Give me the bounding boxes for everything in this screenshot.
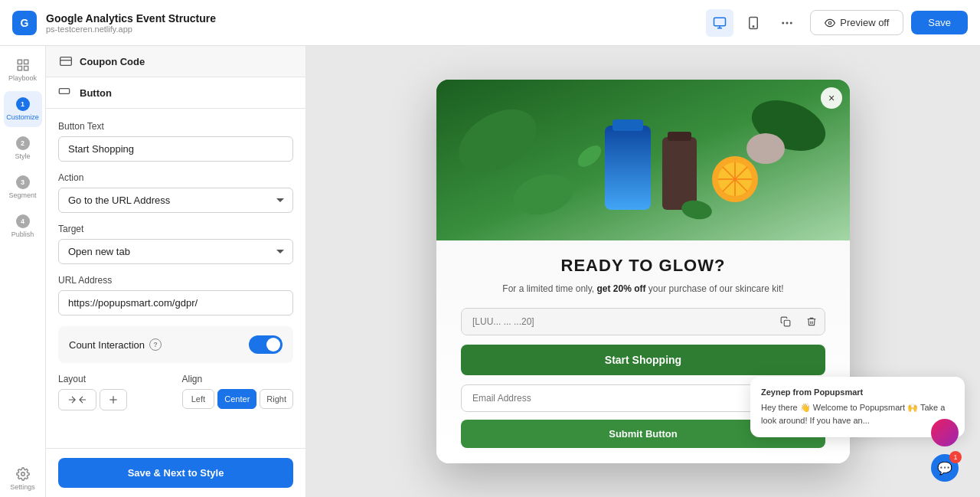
button-text-input[interactable]: [58, 136, 293, 162]
popup-image-area: ×: [436, 80, 850, 240]
preview-area: × READY TO GLOW? For a limited time only…: [306, 46, 980, 497]
target-label: Target: [58, 224, 293, 234]
interaction-toggle[interactable]: [249, 335, 283, 354]
popup-title: READY TO GLOW?: [461, 256, 825, 276]
chat-avatar: [931, 419, 959, 446]
svg-point-6: [786, 21, 789, 24]
chat-open-button[interactable]: 💬 1: [931, 454, 959, 482]
button-row: Button: [46, 77, 305, 109]
svg-rect-22: [612, 119, 643, 131]
button-text-label: Button Text: [58, 121, 293, 132]
popup-trash-button[interactable]: [799, 309, 825, 335]
chat-message: Hey there 👋 Welcome to Popupsmart 🙌 Take…: [761, 401, 954, 427]
layout-shrink-button[interactable]: [100, 389, 127, 410]
sidebar-item-segment[interactable]: 3 Segment: [4, 169, 42, 205]
action-group: Action Go to the URL Address: [58, 172, 293, 213]
popup-subtitle: For a limited time only, get 20% off you…: [461, 282, 825, 296]
svg-point-13: [21, 472, 24, 476]
save-bar: Save & Next to Style: [46, 448, 305, 497]
popup-close-button[interactable]: ×: [821, 87, 842, 109]
layout-section: Layout: [58, 374, 170, 410]
action-select[interactable]: Go to the URL Address: [58, 188, 293, 213]
preview-button[interactable]: Preview off: [810, 10, 903, 35]
topbar: G Google Analytics Event Structure ps-te…: [0, 0, 980, 46]
svg-point-8: [829, 21, 832, 25]
layout-align-row: Layout Align Left: [58, 374, 293, 410]
url-input[interactable]: [58, 290, 293, 316]
chat-badge: 1: [949, 451, 962, 463]
chat-widget: Zeynep from Popupsmart Hey there 👋 Welco…: [750, 377, 965, 482]
align-center-button[interactable]: Center: [217, 389, 256, 409]
popup-subtitle-bold: get 20% off: [597, 283, 646, 294]
close-icon: ×: [828, 92, 835, 104]
svg-point-31: [746, 133, 785, 164]
hero-image-svg: [436, 80, 850, 240]
panel-content: Button Text Action Go to the URL Address…: [46, 109, 305, 448]
svg-rect-9: [18, 60, 21, 64]
svg-point-4: [753, 25, 755, 27]
url-group: URL Address: [58, 275, 293, 316]
button-row-icon: [58, 85, 74, 100]
interaction-label: Count Interaction: [69, 339, 145, 351]
chat-icon: 💬: [937, 461, 952, 476]
sidebar-item-style[interactable]: 2 Style: [4, 130, 42, 166]
svg-rect-10: [24, 60, 28, 64]
popup-subtitle-prefix: For a limited time only,: [502, 283, 596, 294]
svg-rect-16: [59, 89, 69, 94]
align-right-button[interactable]: Right: [260, 389, 293, 409]
svg-point-5: [782, 21, 785, 24]
svg-rect-11: [18, 67, 21, 70]
app-subtitle: ps-testceren.netlify.app: [46, 25, 697, 34]
preview-label: Preview off: [840, 17, 889, 28]
sidebar-item-settings[interactable]: Settings: [4, 461, 42, 497]
svg-rect-21: [605, 126, 651, 210]
target-select[interactable]: Open new tab: [58, 239, 293, 264]
popup-cta-button[interactable]: Start Shopping: [461, 345, 825, 375]
url-label: URL Address: [58, 275, 293, 286]
coupon-icon: [58, 54, 74, 69]
coupon-header: Coupon Code: [46, 46, 305, 77]
align-section: Align Left Center Right: [182, 374, 294, 410]
popup-hero-image: [436, 80, 850, 240]
device-switcher: [706, 9, 801, 37]
app-logo: G: [12, 11, 37, 35]
help-icon[interactable]: ?: [149, 338, 162, 351]
icon-nav: Playbook 1 Customize 2 Style 3 Segment 4…: [0, 46, 46, 497]
sidebar-item-playbook[interactable]: Playbook: [4, 52, 42, 88]
interaction-box: Count Interaction ?: [58, 326, 293, 363]
svg-point-7: [790, 21, 792, 24]
more-options-button[interactable]: [773, 9, 801, 37]
popup-code-input[interactable]: [462, 309, 773, 335]
button-row-label: Button: [80, 87, 112, 99]
align-left-button[interactable]: Left: [182, 389, 215, 409]
popup-subtitle-suffix: your purchase of our skincare kit!: [646, 283, 784, 294]
layout-expand-button[interactable]: [58, 389, 96, 410]
save-button[interactable]: Save: [911, 11, 968, 34]
popup-copy-button[interactable]: [773, 309, 799, 335]
main-layout: Playbook 1 Customize 2 Style 3 Segment 4…: [0, 46, 980, 497]
layout-label: Layout: [58, 374, 170, 384]
svg-rect-34: [784, 320, 790, 326]
save-next-button[interactable]: Save & Next to Style: [58, 458, 293, 488]
target-group: Target Open new tab: [58, 224, 293, 264]
app-title: Google Analytics Event Structure: [46, 12, 697, 25]
chat-from: Zeynep from Popupsmart: [761, 387, 954, 397]
svg-rect-14: [60, 57, 72, 66]
popup-code-row: [461, 308, 825, 335]
action-label: Action: [58, 172, 293, 183]
svg-rect-23: [662, 137, 697, 210]
mobile-view-button[interactable]: [740, 9, 767, 37]
topbar-info: Google Analytics Event Structure ps-test…: [46, 12, 697, 34]
button-text-group: Button Text: [58, 121, 293, 162]
svg-rect-24: [668, 132, 691, 141]
svg-rect-12: [24, 67, 28, 70]
desktop-view-button[interactable]: [706, 9, 733, 37]
svg-rect-0: [714, 18, 726, 26]
topbar-actions: Preview off Save: [810, 10, 968, 35]
sidebar-item-publish[interactable]: 4 Publish: [4, 208, 42, 244]
left-panel: Coupon Code Button Button Text Action Go…: [46, 46, 306, 497]
coupon-header-text: Coupon Code: [80, 56, 145, 67]
sidebar-item-customize[interactable]: 1 Customize: [4, 91, 42, 127]
align-label: Align: [182, 374, 294, 384]
